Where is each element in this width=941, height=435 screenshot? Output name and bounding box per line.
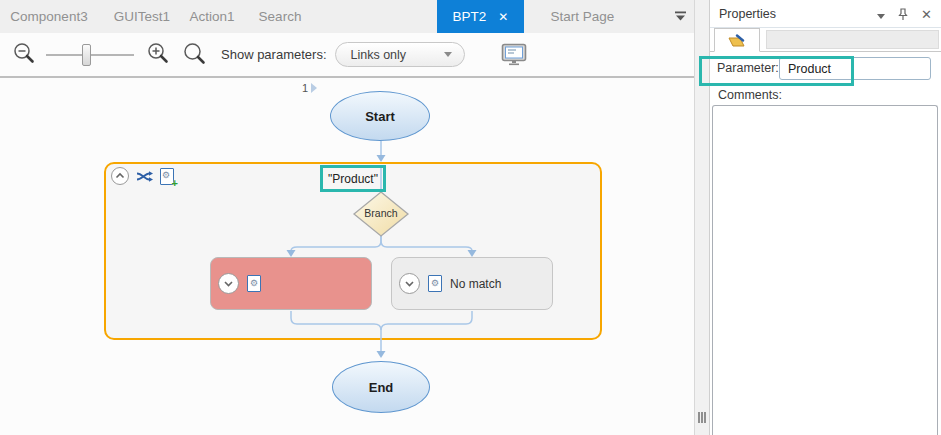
zoom-in-button[interactable]: [146, 42, 172, 67]
expand-step-button[interactable]: [218, 273, 239, 294]
close-button[interactable]: ✕: [921, 8, 932, 21]
magnifier-minus-icon: [12, 42, 38, 67]
branch-shuffle-icon: [136, 170, 153, 183]
start-label: Start: [365, 109, 395, 124]
tabstrip-empty-area: [766, 30, 939, 49]
gear-icon: ⚙: [431, 279, 439, 288]
chevron-down-icon: [402, 276, 417, 291]
tab-search[interactable]: Search: [238, 0, 322, 33]
link-condition-label[interactable]: "Product": [320, 165, 386, 192]
chevron-down-icon: [221, 276, 236, 291]
step-document-icon: ⚙: [428, 275, 442, 292]
gear-icon: ⚙: [250, 279, 258, 288]
flow-number: 1: [302, 82, 308, 94]
step-document-icon: ⚙: [247, 275, 261, 292]
magnifier-plus-icon: [146, 42, 172, 67]
flow-canvas[interactable]: ⚙ +: [0, 78, 694, 435]
dropdown-value: Links only: [351, 48, 407, 62]
tab-label: GUITest1: [114, 9, 170, 24]
parameter-input[interactable]: [779, 57, 931, 80]
tab-action1[interactable]: Action1: [186, 0, 238, 33]
chevron-down-icon: [444, 52, 452, 57]
failed-step-node[interactable]: ⚙: [210, 257, 372, 310]
parameter-row: Parameter:: [710, 52, 941, 87]
flag-icon: [311, 83, 317, 93]
zoom-out-button[interactable]: [12, 42, 38, 67]
collapse-group-button[interactable]: [111, 167, 129, 185]
document-tabbar: Component3 GUITest1 Action1 Search BPT2 …: [0, 0, 694, 33]
zoom-slider[interactable]: [46, 43, 134, 67]
panel-header-icons: ✕: [877, 8, 932, 21]
tab-start-page[interactable]: Start Page: [524, 0, 641, 33]
tab-guitest1[interactable]: GUITest1: [98, 0, 186, 33]
start-node[interactable]: Start: [330, 91, 430, 141]
tab-label: BPT2: [453, 9, 487, 24]
show-parameters-label: Show parameters:: [221, 47, 327, 62]
parameter-label: Parameter:: [717, 61, 779, 75]
close-icon[interactable]: ✕: [498, 11, 508, 23]
screen-icon: [501, 43, 528, 66]
panel-menu-button[interactable]: [877, 14, 885, 19]
editor-column: Component3 GUITest1 Action1 Search BPT2 …: [0, 0, 695, 435]
branch-group-header: ⚙ +: [111, 167, 174, 185]
application-window: Component3 GUITest1 Action1 Search BPT2 …: [0, 0, 941, 435]
show-parameters-dropdown[interactable]: Links only: [335, 42, 465, 67]
expand-step-button[interactable]: [399, 273, 420, 294]
end-label: End: [369, 380, 394, 395]
chevron-down-icon: [674, 10, 687, 22]
panel-splitter[interactable]: [695, 0, 709, 435]
tab-overflow-button[interactable]: [672, 6, 689, 28]
step-label: No match: [450, 277, 501, 291]
branch-node-label: Branch: [352, 207, 410, 219]
parameter-tab[interactable]: [714, 28, 760, 52]
parameter-tab-icon: [728, 34, 746, 47]
plus-icon: +: [172, 178, 178, 189]
tab-component3[interactable]: Component3: [0, 0, 98, 33]
tabbar-spacer: [322, 0, 437, 33]
pin-button[interactable]: [898, 8, 908, 21]
gear-icon: ⚙: [162, 171, 170, 180]
tab-label: Action1: [189, 9, 234, 24]
canvas-toolbar: Show parameters: Links only: [0, 33, 694, 78]
magnifier-button[interactable]: [182, 42, 207, 67]
magnifier-icon: [182, 42, 207, 67]
chevron-up-icon: [113, 169, 127, 183]
add-step-button[interactable]: ⚙ +: [160, 168, 174, 185]
splitter-grip-icon[interactable]: [698, 412, 706, 423]
flow-order-badge: 1: [302, 82, 317, 94]
tab-label: Start Page: [551, 9, 615, 24]
tab-label: Search: [259, 9, 302, 24]
link-condition-text: "Product": [328, 172, 378, 186]
panel-tabstrip: [710, 28, 941, 52]
properties-panel: Properties ✕ Parameter: Comments:: [709, 0, 941, 435]
panel-title: Properties: [719, 7, 776, 21]
screen-button[interactable]: [501, 43, 528, 66]
comments-label: Comments:: [718, 88, 782, 102]
tab-label: Component3: [10, 9, 87, 24]
no-match-step-node[interactable]: ⚙ No match: [391, 257, 553, 310]
tab-bpt2-active[interactable]: BPT2 ✕: [437, 0, 524, 33]
comments-textarea[interactable]: [712, 105, 938, 435]
zoom-slider-handle[interactable]: [82, 44, 91, 66]
end-node[interactable]: End: [332, 361, 430, 413]
